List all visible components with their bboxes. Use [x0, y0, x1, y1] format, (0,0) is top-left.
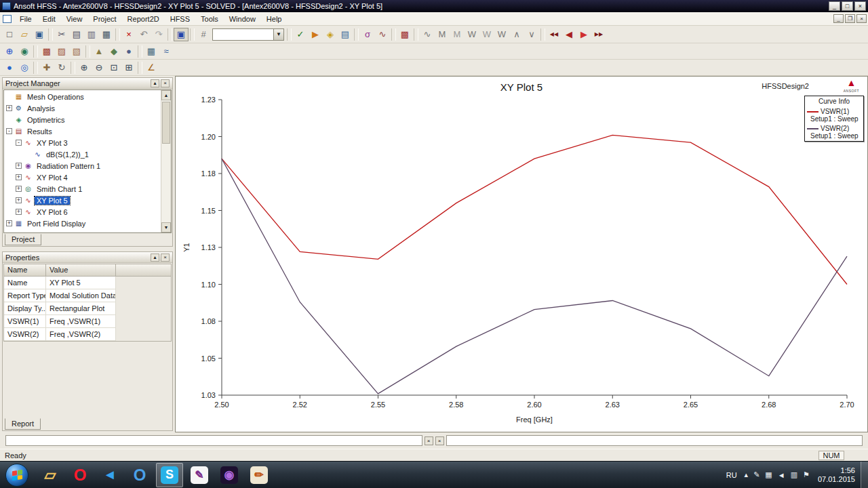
tree-item-mesh-operations[interactable]: ▦Mesh Operations: [4, 91, 161, 102]
undo-icon[interactable]: ↶: [136, 28, 151, 41]
tree-item-radiation-pattern-1[interactable]: +◉Radiation Pattern 1: [4, 160, 161, 171]
expand-plus-icon[interactable]: +: [16, 163, 22, 169]
expand-plus-icon[interactable]: +: [6, 105, 12, 111]
tree-item-port-field-display[interactable]: +▦Port Field Display: [4, 218, 161, 229]
tray-pen-icon[interactable]: ✎: [751, 470, 762, 479]
redo-icon[interactable]: ↷: [151, 28, 166, 41]
wave-shape-icon-5[interactable]: W: [479, 28, 494, 41]
opera-icon[interactable]: O: [66, 463, 94, 487]
validate-check-icon[interactable]: ✓: [293, 28, 308, 41]
start-button[interactable]: [5, 464, 28, 487]
mesh-view-icon[interactable]: ▦: [144, 45, 159, 58]
delete-icon[interactable]: ×: [121, 28, 136, 41]
scroll-down-icon[interactable]: ▼: [161, 222, 171, 232]
property-value[interactable]: Freq ,VSWR(1): [46, 315, 116, 328]
expand-plus-icon[interactable]: +: [16, 197, 22, 203]
nav-next-icon[interactable]: ▶: [576, 28, 591, 41]
tree-item-xy-plot-4[interactable]: +∿XY Plot 4: [4, 171, 161, 183]
spin-view-icon[interactable]: ◎: [17, 61, 32, 75]
menu-hfss[interactable]: HFSS: [165, 13, 195, 25]
scroll-up-icon[interactable]: ▲: [161, 90, 171, 100]
optimetrics-run-icon[interactable]: ◈: [323, 28, 338, 41]
taskbar-clock[interactable]: 1:56 07.01.2015: [818, 466, 855, 484]
tray-display-icon[interactable]: ▦: [762, 470, 774, 479]
wave-shape-icon-6[interactable]: W: [494, 28, 509, 41]
orient-axes-icon[interactable]: ∠: [144, 61, 159, 75]
chevron-down-icon[interactable]: ▼: [273, 29, 283, 40]
progress-close-icon[interactable]: ×: [435, 436, 444, 445]
menu-project[interactable]: Project: [87, 13, 121, 25]
message-close-icon[interactable]: ×: [425, 436, 433, 445]
panel-pin-icon[interactable]: ▴: [151, 253, 159, 262]
tray-network-icon[interactable]: ▥: [788, 470, 800, 479]
toolbar-combo[interactable]: ▼: [212, 28, 284, 41]
tab-project[interactable]: Project: [5, 234, 41, 245]
media-app-icon[interactable]: ◉: [216, 463, 243, 487]
mdi-restore-button[interactable]: ❐: [845, 14, 855, 23]
print-icon[interactable]: ▦: [99, 28, 114, 41]
cut-icon[interactable]: ✂: [54, 28, 69, 41]
wave-shape-icon-4[interactable]: W: [465, 28, 479, 41]
close-button[interactable]: ×: [854, 1, 866, 11]
wave-shape-icon-2[interactable]: M: [435, 28, 450, 41]
collapse-minus-icon[interactable]: -: [16, 140, 22, 146]
show-desktop-button[interactable]: [861, 462, 868, 488]
open-file-icon[interactable]: ▱: [17, 28, 32, 41]
language-indicator[interactable]: RU: [722, 471, 742, 479]
collapse-minus-icon[interactable]: -: [6, 128, 12, 134]
menu-report2d[interactable]: Report2D: [122, 13, 165, 25]
wave-shape-icon-7[interactable]: ∧: [509, 28, 524, 41]
menu-view[interactable]: View: [61, 13, 88, 25]
property-value[interactable]: Rectangular Plot: [46, 302, 116, 315]
tree-item-smith-chart-1[interactable]: +◎Smith Chart 1: [4, 183, 161, 195]
post-sigma-icon[interactable]: σ: [360, 28, 375, 41]
menu-edit[interactable]: Edit: [37, 13, 61, 25]
rotate-view-icon[interactable]: ↻: [54, 61, 69, 75]
menu-window[interactable]: Window: [224, 13, 261, 25]
tree-item-xy-plot-5[interactable]: +∿XY Plot 5: [4, 195, 161, 206]
message-box-right[interactable]: [446, 435, 863, 446]
new-file-icon[interactable]: □: [2, 28, 17, 41]
snap-grid-icon[interactable]: #: [196, 28, 211, 41]
expand-plus-icon[interactable]: +: [16, 209, 22, 215]
maximize-button[interactable]: □: [842, 1, 853, 11]
orbit-view-icon[interactable]: ●: [2, 61, 17, 75]
tray-volume-icon[interactable]: ◄: [775, 471, 788, 479]
tree-item-analysis[interactable]: +⚙Analysis: [4, 102, 161, 114]
menu-tools[interactable]: Tools: [195, 13, 224, 25]
property-value[interactable]: Freq ,VSWR(2): [46, 328, 116, 341]
mdi-minimize-button[interactable]: _: [833, 14, 844, 23]
zoom-in-icon[interactable]: ⊕: [77, 61, 92, 75]
radiation-globe-icon[interactable]: ◉: [17, 45, 32, 58]
nav-first-icon[interactable]: ◀◀: [547, 28, 561, 41]
pan-icon[interactable]: ✚: [39, 61, 54, 75]
mdi-close-button[interactable]: ×: [856, 14, 867, 23]
browser-icon[interactable]: O: [126, 463, 153, 487]
tree-item-xy-plot-6[interactable]: +∿XY Plot 6: [4, 206, 161, 218]
field-overlay-icon[interactable]: ≈: [159, 45, 174, 58]
property-value[interactable]: Modal Solution Data: [46, 289, 116, 302]
paste-icon[interactable]: ▥: [84, 28, 99, 41]
property-value[interactable]: XY Plot 5: [46, 277, 116, 289]
fit-all-icon[interactable]: ⊞: [121, 61, 136, 75]
analyze-all-icon[interactable]: ▶: [308, 28, 323, 41]
menu-help[interactable]: Help: [261, 13, 288, 25]
zoom-window-icon[interactable]: ⊡: [106, 61, 121, 75]
post-wave-icon[interactable]: ∿: [375, 28, 390, 41]
tree-scrollbar[interactable]: ▲ ▼: [161, 90, 171, 232]
solution-type-icon[interactable]: ▣: [174, 28, 189, 41]
show-hidden-icons-icon[interactable]: ▴: [742, 470, 751, 479]
message-box-left[interactable]: [5, 435, 422, 446]
notes-app-icon[interactable]: ✎: [186, 463, 213, 487]
create-report-icon[interactable]: ▩: [397, 28, 412, 41]
excitation-voltage-icon[interactable]: ◆: [106, 45, 121, 58]
panel-pin-icon[interactable]: ▴: [151, 79, 159, 87]
expand-plus-icon[interactable]: +: [16, 174, 22, 180]
boundary-show-icon[interactable]: ▧: [69, 45, 84, 58]
menu-file[interactable]: File: [14, 13, 37, 25]
tab-report[interactable]: Report: [5, 418, 41, 430]
solution-data-icon[interactable]: ▤: [338, 28, 353, 41]
skype-icon[interactable]: S: [156, 463, 183, 487]
nav-last-icon[interactable]: ▶▶: [591, 28, 606, 41]
tree-item-xy-plot-3[interactable]: -∿XY Plot 3: [4, 137, 161, 148]
